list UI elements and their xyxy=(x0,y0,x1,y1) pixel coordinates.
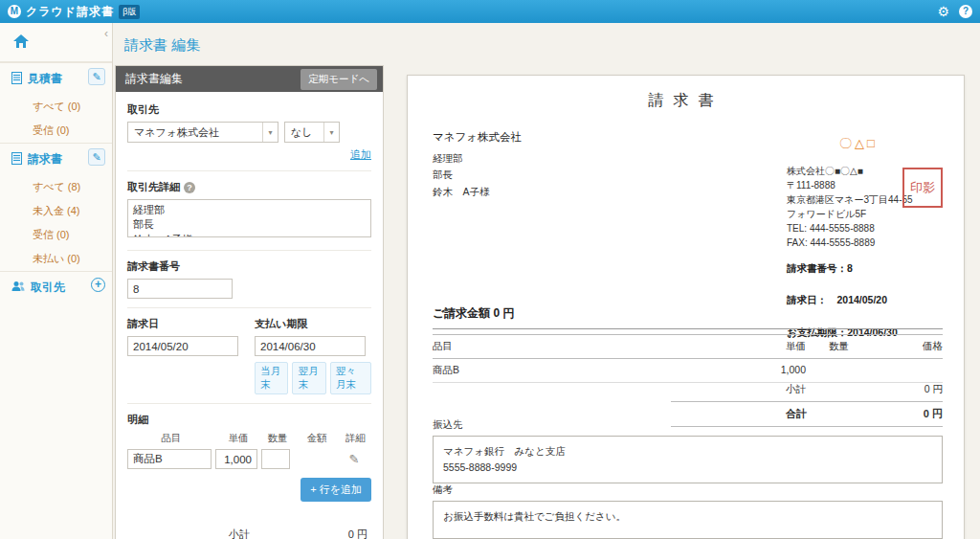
client-label: 取引先 xyxy=(127,102,371,117)
recurring-mode-button[interactable]: 定期モードへ xyxy=(301,69,377,90)
client-detail-label: 取引先詳細 xyxy=(127,180,180,194)
invoice-number-label: 請求書番号 xyxy=(127,259,371,274)
invoice-preview: 請求書 マネフォ株式会社 経理部 部長 鈴木 A子様 〇△□ 株式会社〇■〇△■… xyxy=(407,75,965,539)
company-seal-stamp: 印影 xyxy=(902,168,943,208)
company-info: 株式会社〇■〇△■ 〒111-8888 東京都港区マネー3丁目44-55 フォワ… xyxy=(787,164,913,250)
items-table-header: 品目 単価 数量 金額 詳細 xyxy=(127,432,371,445)
chevron-down-icon: ▾ xyxy=(262,123,278,142)
due-date-input[interactable] xyxy=(255,336,366,356)
due-shortcut-month-after-next-end[interactable]: 翌々月末 xyxy=(330,362,371,394)
company-logo: 〇△□ xyxy=(787,135,930,152)
company-tel: TEL: 444-5555-8888 xyxy=(787,221,913,236)
invoice-edit-panel: 請求書編集 定期モードへ 取引先 マネフォ株式会社 ▾ なし ▾ 追加 取引先詳… xyxy=(115,65,384,539)
sidebar-item-invoices-unpaid-out[interactable]: 未払い (0) xyxy=(0,247,112,271)
subtotal-label: 小計 xyxy=(229,528,250,539)
client-select-value: マネフォ株式会社 xyxy=(128,125,262,140)
sidebar-item-estimates-received[interactable]: 受信 (0) xyxy=(0,119,112,143)
honorific-select-value: なし xyxy=(285,125,323,140)
sidebar-collapse-chevron[interactable]: ‹ xyxy=(104,27,108,40)
due-shortcut-this-month-end[interactable]: 当月末 xyxy=(255,362,288,394)
item-unit-price-input[interactable] xyxy=(215,449,257,469)
preview-area: 請求書 マネフォ株式会社 経理部 部長 鈴木 A子様 〇△□ 株式会社〇■〇△■… xyxy=(385,23,980,539)
preview-items-table: 品目 単価 数量 価格 商品B 1,000 xyxy=(433,334,943,383)
sidebar-item-invoices-unpaid-in[interactable]: 未入金 (4) xyxy=(0,199,112,223)
sidebar-item-invoices-all[interactable]: すべて (8) xyxy=(0,175,112,199)
sidebar-item-estimates[interactable]: 見積書 ✎ xyxy=(0,62,112,95)
col-price: 価格 xyxy=(849,340,943,353)
col-header-item: 品目 xyxy=(127,432,215,445)
preview-subtotal-row: 小計 0 円 xyxy=(671,378,943,402)
invoice-number-group: 請求書番号 xyxy=(127,259,371,308)
totals-block: 小計 0 円 消費税 0 円 源泉徴収税 0 円 合計 0 円 xyxy=(210,524,371,539)
preview-table-header: 品目 単価 数量 価格 xyxy=(433,334,943,359)
item-row: ✎ xyxy=(127,449,371,469)
add-client-plus-icon[interactable]: + xyxy=(91,278,105,292)
invoice-number-input[interactable] xyxy=(127,279,233,299)
sidebar-item-label: 見積書 xyxy=(28,71,62,87)
edit-pencil-icon[interactable]: ✎ xyxy=(88,148,105,166)
company-zip: 〒111-8888 xyxy=(787,178,913,192)
edit-pencil-icon[interactable]: ✎ xyxy=(88,68,105,85)
settings-gear-icon[interactable]: ⚙ xyxy=(937,5,949,18)
preview-notes-section: 備考 お振込手数料は貴社でご負担ください。 xyxy=(433,483,943,539)
form-header-title: 請求書編集 xyxy=(125,71,183,87)
form-body: 取引先 マネフォ株式会社 ▾ なし ▾ 追加 取引先詳細 ? 請求書番号 xyxy=(116,92,383,539)
preview-item-qty xyxy=(806,364,849,377)
invoice-date-input[interactable] xyxy=(127,336,238,356)
client-group: 取引先 マネフォ株式会社 ▾ なし ▾ 追加 xyxy=(127,102,371,171)
preview-title: 請求書 xyxy=(408,91,964,111)
col-item: 品目 xyxy=(433,340,715,353)
sidebar: ‹ 見積書 ✎ すべて (0) 受信 (0) 請求書 ✎ すべて (8) 未入金… xyxy=(0,23,113,539)
preview-subtotal-value: 0 円 xyxy=(924,383,943,396)
preview-subtotal-label: 小計 xyxy=(786,383,806,396)
add-client-link[interactable]: 追加 xyxy=(127,147,371,162)
due-date-label: 支払い期限 xyxy=(255,317,371,331)
item-name-input[interactable] xyxy=(127,449,212,469)
meta-invoice-number: 請求書番号：8 xyxy=(787,260,898,277)
client-select[interactable]: マネフォ株式会社 ▾ xyxy=(127,122,278,143)
document-icon xyxy=(11,152,22,168)
form-header: 請求書編集 定期モードへ xyxy=(116,66,383,92)
chevron-down-icon: ▾ xyxy=(323,123,339,142)
col-qty: 数量 xyxy=(806,340,849,353)
help-icon[interactable]: ? xyxy=(959,5,972,18)
beta-badge: β版 xyxy=(119,5,140,19)
col-header-qty: 数量 xyxy=(261,432,294,445)
invoice-date-label: 請求日 xyxy=(127,317,255,331)
help-question-icon[interactable]: ? xyxy=(184,182,195,193)
due-shortcut-next-month-end[interactable]: 翌月末 xyxy=(292,362,325,394)
add-row-button[interactable]: + 行を追加 xyxy=(301,478,371,502)
sidebar-item-invoices[interactable]: 請求書 ✎ xyxy=(0,143,112,175)
sidebar-item-invoices-received[interactable]: 受信 (0) xyxy=(0,223,112,247)
preview-bank-section: 振込先 マネフォ銀行 みなと支店 5555-8888-9999 xyxy=(433,418,943,483)
col-header-amount: 金額 xyxy=(294,432,340,445)
app-logo-icon: M xyxy=(8,5,21,18)
topbar-actions: ⚙ ? xyxy=(937,5,972,18)
honorific-select[interactable]: なし ▾ xyxy=(284,122,340,143)
document-icon xyxy=(11,72,22,87)
sidebar-item-clients[interactable]: 取引先 + xyxy=(0,271,112,303)
client-detail-group: 取引先詳細 ? xyxy=(127,180,371,251)
subtotal-row: 小計 0 円 xyxy=(210,524,371,539)
item-qty-input[interactable] xyxy=(261,449,290,469)
items-label: 明細 xyxy=(127,413,371,427)
preview-client-detail: 経理部 部長 鈴木 A子様 xyxy=(433,150,490,200)
home-icon xyxy=(13,34,29,51)
items-group: 明細 品目 単価 数量 金額 詳細 ✎ + 行を追加 xyxy=(127,413,371,510)
col-unit-price: 単価 xyxy=(715,340,806,353)
preview-notes-value: お振込手数料は貴社でご負担ください。 xyxy=(433,501,943,539)
billed-amount: ご請求金額 0 円 xyxy=(433,305,943,329)
top-bar: M クラウド請求書 β版 ⚙ ? xyxy=(0,0,980,23)
sidebar-item-label: 請求書 xyxy=(28,151,62,168)
app-logo[interactable]: M クラウド請求書 β版 xyxy=(8,4,140,20)
app-title: クラウド請求書 xyxy=(26,4,114,20)
preview-item-amount xyxy=(849,364,943,377)
preview-item-name: 商品B xyxy=(433,364,715,377)
sidebar-item-label: 取引先 xyxy=(31,280,65,296)
sidebar-item-home[interactable] xyxy=(0,23,112,62)
client-detail-textarea[interactable] xyxy=(127,199,371,237)
preview-notes-label: 備考 xyxy=(433,483,943,497)
item-edit-pencil-icon[interactable]: ✎ xyxy=(340,452,368,466)
sidebar-item-estimates-all[interactable]: すべて (0) xyxy=(0,95,112,119)
preview-client-name: マネフォ株式会社 xyxy=(433,130,522,145)
